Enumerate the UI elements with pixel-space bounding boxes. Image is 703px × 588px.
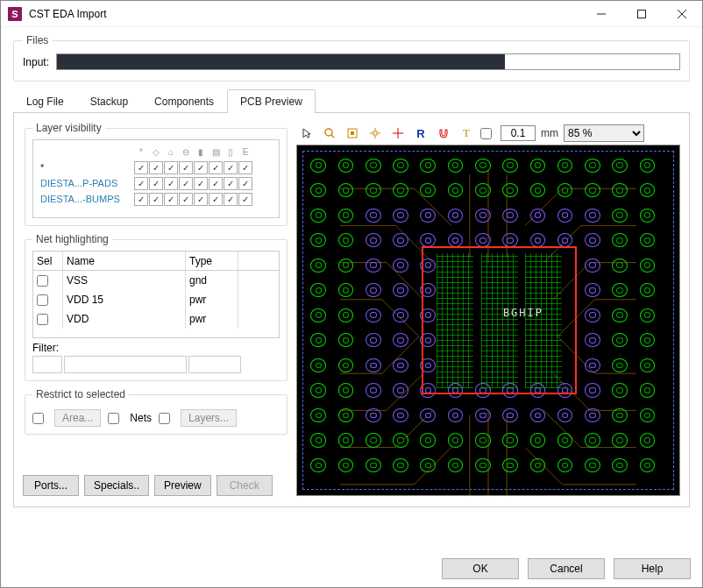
layer-row-all[interactable]: * <box>37 162 133 173</box>
layer-visibility-legend: Layer visibility <box>32 122 105 134</box>
preview-button[interactable]: Preview <box>154 475 211 496</box>
fit-icon[interactable] <box>344 124 361 142</box>
layer-col-icon: ▯ <box>224 145 238 159</box>
svg-rect-7 <box>351 131 354 135</box>
tab-bar: Log File Stackup Components PCB Preview <box>13 89 690 113</box>
layer-col-e: E <box>238 145 252 159</box>
restrict-group: Restrict to selected Area... Nets Layers… <box>25 388 288 435</box>
pan-icon[interactable] <box>366 124 384 142</box>
layer-row-pads[interactable]: DIESTA...P-PADS <box>37 178 133 188</box>
layer-col-star: * <box>134 145 148 159</box>
filter-sel-input[interactable] <box>32 356 62 373</box>
layer-col-icon: ⊖ <box>179 145 193 159</box>
tab-body: Layer visibility * ◇ ⌂ ⊖ ▮ ▤ ▯ E * <box>13 113 690 507</box>
restrict-layers-checkbox[interactable] <box>159 413 170 424</box>
maximize-button[interactable] <box>621 1 662 27</box>
tab-log-file[interactable]: Log File <box>13 89 77 113</box>
pointer-icon[interactable] <box>298 124 316 142</box>
pcb-chip-bumps <box>525 253 562 388</box>
zoom-icon[interactable] <box>321 124 338 142</box>
magnet-icon[interactable] <box>435 124 452 142</box>
minimize-button[interactable] <box>581 1 621 27</box>
help-button[interactable]: Help <box>614 558 691 579</box>
input-progress-fill <box>57 54 505 69</box>
files-legend: Files <box>23 34 52 46</box>
net-col-sel[interactable]: Sel <box>33 251 63 270</box>
ok-button[interactable]: OK <box>442 558 519 579</box>
restrict-legend: Restrict to selected <box>32 388 129 400</box>
restrict-nets-label: Nets <box>130 412 152 424</box>
net-table[interactable]: Sel Name Type VSS gnd VDD 15 pwr <box>32 251 280 338</box>
tab-stackup[interactable]: Stackup <box>77 89 141 113</box>
pcb-chip-bumps <box>437 253 473 388</box>
net-sel-checkbox[interactable] <box>37 294 48 306</box>
net-row[interactable]: VDD pwr <box>33 309 279 329</box>
restrict-area-button[interactable]: Area... <box>54 409 101 427</box>
grid-size-input[interactable] <box>501 125 536 141</box>
net-col-name[interactable]: Name <box>63 251 186 270</box>
net-highlight-legend: Net highlighting <box>32 233 112 245</box>
pcb-chip-bumps <box>481 253 518 388</box>
filter-label: Filter: <box>32 342 280 354</box>
filter-name-input[interactable] <box>64 356 187 373</box>
move-icon[interactable] <box>389 124 407 142</box>
layer-row-bumps[interactable]: DIESTA...-BUMPS <box>37 194 133 204</box>
svg-point-4 <box>325 129 332 136</box>
net-highlight-group: Net highlighting Sel Name Type VSS gnd <box>25 233 288 381</box>
cancel-button[interactable]: Cancel <box>528 558 605 579</box>
restrict-layers-button[interactable]: Layers... <box>181 409 237 427</box>
layer-visibility-group: Layer visibility * ◇ ⌂ ⊖ ▮ ▤ ▯ E * <box>25 122 288 226</box>
filter-type-input[interactable] <box>188 356 241 373</box>
specials-button[interactable]: Specials.. <box>84 475 149 496</box>
input-progress <box>56 53 680 70</box>
net-sel-checkbox[interactable] <box>37 314 48 325</box>
pcb-board-outline: BGHIP <box>302 151 674 490</box>
layer-col-icon: ◇ <box>149 145 163 159</box>
text-icon[interactable]: T <box>458 124 475 142</box>
pcb-chip-label: BGHIP <box>503 307 543 319</box>
input-label: Input: <box>23 56 49 68</box>
app-logo-icon: S <box>8 7 22 21</box>
net-col-type[interactable]: Type <box>186 251 238 270</box>
svg-rect-1 <box>638 10 646 18</box>
layer-col-icon: ▤ <box>209 145 223 159</box>
restrict-area-checkbox[interactable] <box>32 413 44 424</box>
restrict-nets-checkbox[interactable] <box>108 413 119 424</box>
svg-rect-8 <box>373 131 377 135</box>
titlebar: S CST EDA Import <box>1 1 702 27</box>
layer-col-icon: ▮ <box>194 145 208 159</box>
tab-pcb-preview[interactable]: PCB Preview <box>227 89 316 113</box>
files-group: Files Input: <box>13 34 690 81</box>
net-sel-checkbox[interactable] <box>37 275 48 287</box>
check-button[interactable]: Check <box>217 475 273 496</box>
close-button[interactable] <box>662 1 702 27</box>
layer-visibility-grid[interactable]: * ◇ ⌂ ⊖ ▮ ▤ ▯ E * ✓✓✓✓✓✓✓✓ DIESTA... <box>32 139 280 218</box>
pcb-canvas[interactable]: BGHIP <box>296 145 680 496</box>
ports-button[interactable]: Ports... <box>23 475 79 496</box>
grid-toggle-checkbox[interactable] <box>480 128 492 139</box>
unit-label: mm <box>541 127 558 139</box>
layer-col-icon: ⌂ <box>164 145 178 159</box>
net-row[interactable]: VSS gnd <box>33 271 279 290</box>
svg-line-5 <box>331 135 334 138</box>
pcb-toolbar: R T mm 85 % <box>296 122 680 145</box>
dialog-footer: OK Cancel Help <box>442 558 691 579</box>
rotate-r-icon[interactable]: R <box>412 124 430 142</box>
zoom-select[interactable]: 85 % <box>564 124 644 142</box>
window-title: CST EDA Import <box>29 8 581 20</box>
tab-components[interactable]: Components <box>141 89 227 113</box>
net-row[interactable]: VDD 15 pwr <box>33 290 279 309</box>
